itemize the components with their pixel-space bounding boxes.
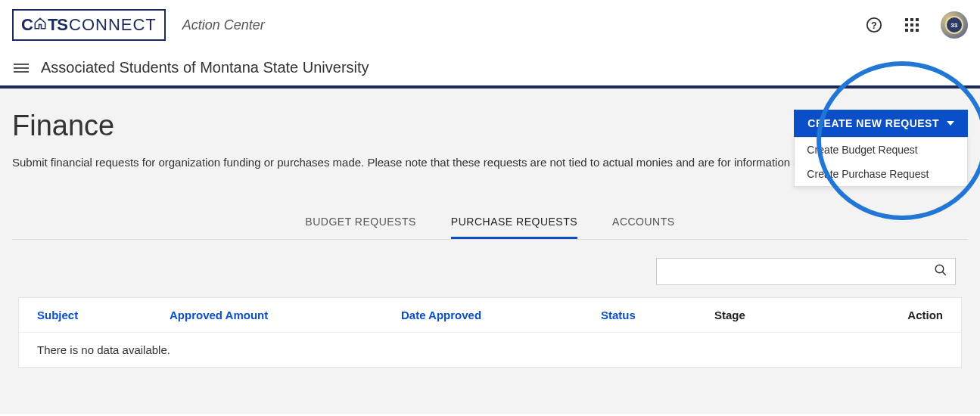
svg-rect-5: [905, 23, 908, 26]
svg-line-12: [942, 272, 946, 275]
dropdown-item-budget[interactable]: Create Budget Request: [795, 138, 967, 162]
svg-rect-10: [916, 29, 919, 32]
svg-rect-6: [910, 23, 913, 26]
col-subject[interactable]: Subject: [37, 309, 170, 321]
col-approved-amount[interactable]: Approved Amount: [170, 309, 401, 321]
col-stage: Stage: [714, 309, 882, 321]
hamburger-menu-icon[interactable]: [14, 64, 29, 73]
header-right: ? 33: [865, 11, 968, 39]
col-date-approved[interactable]: Date Approved: [401, 309, 601, 321]
requests-table: Subject Approved Amount Date Approved St…: [18, 297, 962, 368]
svg-point-11: [935, 265, 944, 273]
help-icon[interactable]: ?: [865, 16, 883, 34]
svg-rect-3: [910, 18, 913, 21]
action-center-label: Action Center: [182, 17, 265, 33]
table-empty-message: There is no data available.: [19, 333, 961, 367]
create-new-request-button[interactable]: CREATE NEW REQUEST: [794, 110, 968, 137]
logo-text-c: C: [21, 15, 33, 35]
create-request-dropdown: Create Budget Request Create Purchase Re…: [794, 137, 968, 187]
search-input[interactable]: [664, 265, 934, 278]
tab-budget-requests[interactable]: BUDGET REQUESTS: [305, 206, 416, 239]
search-row: [12, 258, 968, 285]
organization-name: Associated Students of Montana State Uni…: [41, 59, 369, 76]
col-action: Action: [882, 309, 943, 321]
logo-text-ts: TS: [48, 15, 67, 35]
tab-purchase-requests[interactable]: PURCHASE REQUESTS: [451, 206, 577, 239]
house-icon: [33, 17, 47, 33]
search-icon[interactable]: [934, 263, 947, 280]
tab-accounts[interactable]: ACCOUNTS: [612, 206, 675, 239]
svg-text:?: ?: [871, 20, 877, 31]
dropdown-item-purchase[interactable]: Create Purchase Request: [795, 162, 967, 186]
top-header: C TS CONNECT Action Center ? 33: [0, 0, 980, 50]
svg-rect-9: [910, 29, 913, 32]
apps-grid-icon[interactable]: [903, 16, 921, 34]
table-header-row: Subject Approved Amount Date Approved St…: [19, 298, 961, 333]
create-request-wrap: CREATE NEW REQUEST Create Budget Request…: [794, 110, 968, 187]
svg-rect-8: [905, 29, 908, 32]
svg-rect-7: [916, 23, 919, 26]
user-avatar[interactable]: 33: [941, 11, 968, 39]
col-status[interactable]: Status: [601, 309, 714, 321]
logo-text-connect: CONNECT: [69, 15, 157, 35]
caret-down-icon: [947, 121, 954, 126]
brand-logo[interactable]: C TS CONNECT: [12, 9, 166, 41]
svg-rect-4: [916, 18, 919, 21]
sub-header: Associated Students of Montana State Uni…: [0, 50, 980, 88]
svg-rect-2: [905, 18, 908, 21]
main-content: Finance Submit financial requests for or…: [0, 88, 980, 414]
search-box[interactable]: [656, 258, 956, 285]
finance-tabs: BUDGET REQUESTS PURCHASE REQUESTS ACCOUN…: [12, 206, 968, 240]
create-button-label: CREATE NEW REQUEST: [807, 117, 939, 129]
